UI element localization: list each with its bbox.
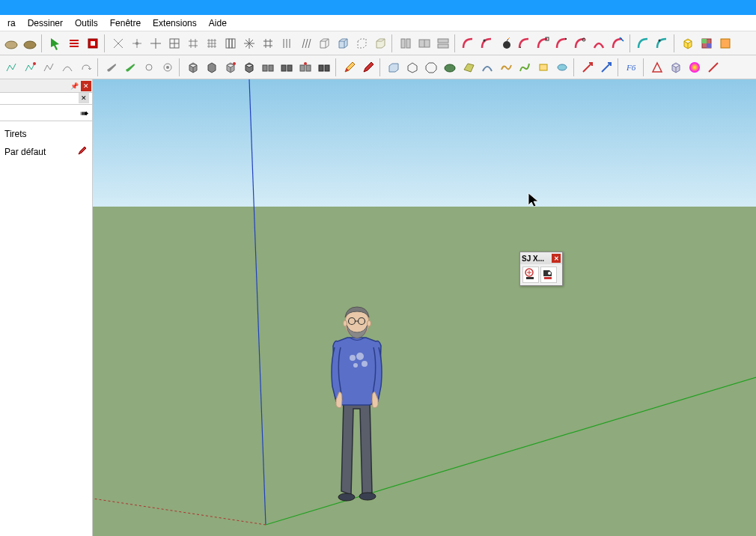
- arc-teal-1[interactable]: [635, 34, 653, 52]
- svg-rect-3: [91, 41, 95, 46]
- guide-tool-2[interactable]: [128, 34, 146, 52]
- cube-tool-3[interactable]: [222, 58, 240, 76]
- floating-toolbar-title[interactable]: SJ X... ✕: [520, 252, 562, 264]
- tags-default-row[interactable]: Par défaut: [3, 142, 89, 161]
- svg-rect-20: [702, 39, 707, 43]
- select-tool[interactable]: [46, 34, 64, 52]
- polyline-tool-2[interactable]: [21, 58, 39, 76]
- rock-tool-1[interactable]: [2, 34, 20, 52]
- grid-tool-2[interactable]: [165, 34, 183, 52]
- shape-arc-tool[interactable]: [478, 58, 496, 76]
- palette-2-icon[interactable]: [716, 34, 734, 52]
- pencil-red-tool[interactable]: [359, 58, 377, 76]
- arc-orange-6[interactable]: [572, 34, 590, 52]
- arrow-blue-tool[interactable]: [597, 58, 615, 76]
- triangle-red-tool[interactable]: [648, 58, 666, 76]
- floating-toolbar[interactable]: SJ X... ✕: [519, 252, 563, 286]
- panel-tool-3[interactable]: [434, 34, 452, 52]
- shape-quad-tool[interactable]: [460, 58, 478, 76]
- burst-tool[interactable]: [240, 34, 258, 52]
- arrow-red-tool[interactable]: [579, 58, 597, 76]
- menu-window[interactable]: Fenêtre: [104, 16, 147, 31]
- polyline-tool-3[interactable]: [40, 58, 58, 76]
- svg-point-48: [359, 493, 376, 500]
- panel-tool-1[interactable]: [397, 34, 415, 52]
- pattern-tool-1[interactable]: [222, 34, 240, 52]
- menu-camera[interactable]: ra: [1, 16, 22, 31]
- cube-tool-4[interactable]: [240, 58, 258, 76]
- cube-yellow-icon[interactable]: [679, 34, 697, 52]
- cubes-tool-4[interactable]: [315, 58, 333, 76]
- arc-teal-2[interactable]: [653, 34, 671, 52]
- guide-tool-1[interactable]: [109, 34, 127, 52]
- tags-tirets-row[interactable]: Tirets: [3, 126, 89, 142]
- arc-orange-2[interactable]: [478, 34, 496, 52]
- shape-circle-tool[interactable]: [441, 58, 459, 76]
- line-red-tool[interactable]: [704, 58, 722, 76]
- arc-orange-1[interactable]: [460, 34, 478, 52]
- cube-purple-tool[interactable]: [667, 58, 685, 76]
- shape-oct-tool[interactable]: [422, 58, 440, 76]
- float-tool-1[interactable]: [522, 267, 539, 283]
- shape-ellipse-tool[interactable]: [553, 58, 571, 76]
- pin-icon[interactable]: 📌: [69, 81, 79, 91]
- rock-tool-2[interactable]: [21, 34, 39, 52]
- grid-tool-1[interactable]: [147, 34, 165, 52]
- arc-orange-4[interactable]: [534, 34, 552, 52]
- arc-orange-7[interactable]: [591, 34, 609, 52]
- grid-tool-4[interactable]: [203, 34, 221, 52]
- parallel-tool-2[interactable]: [296, 34, 314, 52]
- panel-tool-2[interactable]: [415, 34, 433, 52]
- svg-rect-28: [263, 65, 267, 71]
- gear-tool[interactable]: [159, 58, 177, 76]
- circle-small-tool[interactable]: [140, 58, 158, 76]
- box-tool-1[interactable]: [315, 34, 333, 52]
- float-tool-2[interactable]: [540, 267, 557, 283]
- svg-point-39: [558, 64, 567, 70]
- menu-tools[interactable]: Outils: [69, 16, 104, 31]
- component-tool[interactable]: [84, 34, 102, 52]
- shape-rect-tool[interactable]: [385, 58, 403, 76]
- menu-extensions[interactable]: Extensions: [147, 16, 203, 31]
- box-tool-2[interactable]: [334, 34, 352, 52]
- shape-hex-tool[interactable]: [403, 58, 421, 76]
- fredo-icon[interactable]: F6: [623, 58, 641, 76]
- svg-rect-8: [232, 39, 235, 48]
- arc-orange-8[interactable]: [609, 34, 627, 52]
- lines-tool[interactable]: [65, 34, 83, 52]
- viewport-3d[interactable]: SJ X... ✕: [93, 79, 756, 536]
- cube-tool-2[interactable]: [203, 58, 221, 76]
- float-close-icon[interactable]: ✕: [552, 254, 561, 263]
- tirets-label: Tirets: [4, 129, 27, 139]
- hash-tool[interactable]: [259, 34, 277, 52]
- cubes-tool-3[interactable]: [296, 58, 314, 76]
- sub-close-icon[interactable]: ✕: [79, 93, 89, 103]
- wrench-green-tool[interactable]: [121, 58, 139, 76]
- palette-1-icon[interactable]: [698, 34, 716, 52]
- wrench-tool-1[interactable]: [103, 58, 121, 76]
- shape-spline-tool[interactable]: [497, 58, 515, 76]
- loop-tool[interactable]: [77, 58, 95, 76]
- parallel-tool-1[interactable]: [278, 34, 296, 52]
- bomb-tool[interactable]: [497, 34, 515, 52]
- cubes-tool-1[interactable]: [259, 58, 277, 76]
- menu-help[interactable]: Aide: [203, 16, 233, 31]
- arc-orange-3[interactable]: [516, 34, 534, 52]
- shape-path-tool[interactable]: [516, 58, 534, 76]
- cube-tool-1[interactable]: [184, 58, 202, 76]
- box-tool-3[interactable]: [353, 34, 371, 52]
- box-tool-4[interactable]: [371, 34, 389, 52]
- svg-rect-31: [287, 65, 292, 71]
- menu-draw[interactable]: Dessiner: [22, 16, 69, 31]
- polyline-tool-1[interactable]: [2, 58, 20, 76]
- arc-orange-5[interactable]: [553, 34, 571, 52]
- grid-tool-3[interactable]: [184, 34, 202, 52]
- nav-forward-icon[interactable]: ➠: [80, 107, 89, 119]
- close-icon[interactable]: ✕: [81, 81, 91, 91]
- svg-rect-60: [526, 277, 534, 279]
- arc-tool[interactable]: [58, 58, 76, 76]
- pencil-tool[interactable]: [341, 58, 359, 76]
- shape-box-tool[interactable]: [534, 58, 552, 76]
- cubes-tool-2[interactable]: [278, 58, 296, 76]
- color-wheel-tool[interactable]: [686, 58, 704, 76]
